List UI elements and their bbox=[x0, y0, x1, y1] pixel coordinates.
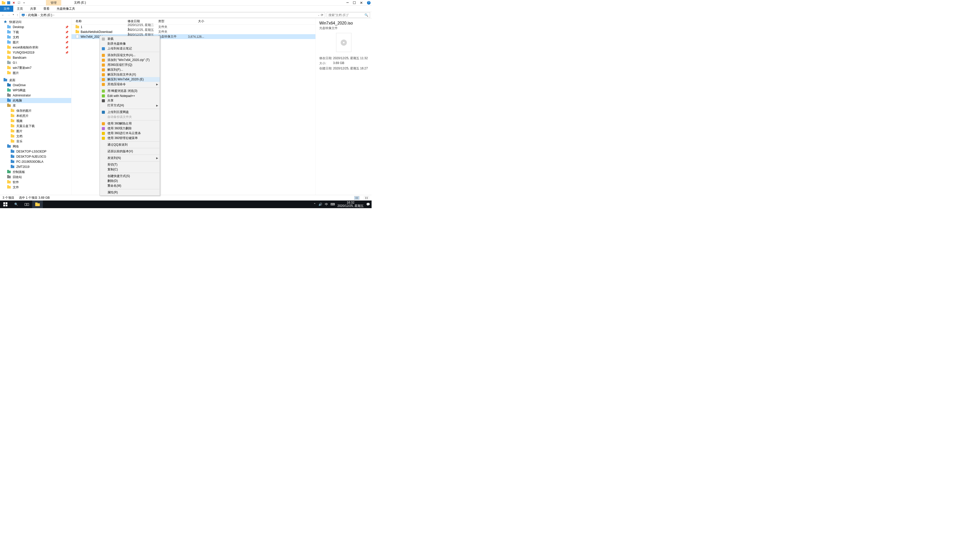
ctx-item[interactable]: 属性(R) bbox=[100, 190, 160, 195]
nav-item[interactable]: 文件 bbox=[0, 185, 71, 190]
nav-item[interactable]: 快速访问 bbox=[0, 19, 71, 24]
nav-item[interactable]: 音乐 bbox=[0, 139, 71, 144]
qat-props-icon[interactable]: ☑ bbox=[17, 1, 21, 5]
ctx-item[interactable]: 用 蜂蜜浏览器 浏览(3) bbox=[100, 89, 160, 94]
ctx-item[interactable]: 重命名(M) bbox=[100, 183, 160, 188]
nav-item[interactable]: 库 bbox=[0, 103, 71, 108]
ctx-item[interactable]: 使用 360管理右键菜单 bbox=[100, 136, 160, 141]
nav-item[interactable]: 图片📌 bbox=[0, 40, 71, 45]
column-headers[interactable]: 名称 修改日期 类型 大小 bbox=[72, 18, 315, 24]
ctx-item[interactable]: 解压到(F)... bbox=[100, 67, 160, 72]
ctx-item[interactable]: 使用 360强力删除 bbox=[100, 126, 160, 131]
qat-undo-icon[interactable]: ✕ bbox=[12, 1, 16, 5]
file-row[interactable]: 12020/12/15, 星期二 1...文件夹 bbox=[72, 24, 315, 29]
nav-item[interactable]: 保存的图片 bbox=[0, 108, 71, 113]
tray-volume-icon[interactable]: 🔊 bbox=[318, 203, 322, 206]
maximize-button[interactable] bbox=[353, 1, 356, 4]
ctx-item[interactable]: 发送到(N)▶ bbox=[100, 156, 160, 160]
contextual-tab[interactable]: 管理 bbox=[46, 0, 61, 6]
ctx-item[interactable]: 用360压缩打开(Q) bbox=[100, 62, 160, 67]
ctx-item[interactable]: 复制(C) bbox=[100, 167, 160, 172]
nav-item[interactable]: 文档📌 bbox=[0, 35, 71, 40]
tray-up-icon[interactable]: ⌃ bbox=[313, 203, 316, 206]
ctx-item[interactable]: 添加到压缩文件(A)... bbox=[100, 53, 160, 58]
nav-item[interactable]: 本机照片 bbox=[0, 113, 71, 118]
col-name[interactable]: 名称 bbox=[72, 19, 127, 24]
nav-item[interactable]: OneDrive bbox=[0, 83, 71, 88]
addr-dropdown-icon[interactable]: ⌄ bbox=[318, 14, 320, 16]
ctx-item[interactable]: 共享 bbox=[100, 98, 160, 103]
ctx-item[interactable]: 使用 360进行木马云查杀 bbox=[100, 131, 160, 136]
view-details-icon[interactable] bbox=[354, 196, 360, 200]
col-type[interactable]: 类型 bbox=[158, 19, 186, 24]
start-button[interactable] bbox=[0, 200, 11, 208]
ribbon-tab-3[interactable]: 查看 bbox=[40, 6, 53, 12]
nav-item[interactable]: 桌面 bbox=[0, 78, 71, 83]
ribbon-tab-4[interactable]: 光盘映像工具 bbox=[53, 6, 79, 12]
minimize-button[interactable]: − bbox=[346, 0, 349, 5]
search-box[interactable]: 搜索"文档 (E:)" 🔍 bbox=[327, 12, 370, 18]
close-button[interactable]: ✕ bbox=[360, 1, 363, 5]
ctx-item[interactable]: 创建快捷方式(S) bbox=[100, 174, 160, 179]
explorer-taskbar-icon[interactable] bbox=[32, 200, 43, 208]
ctx-item[interactable]: 装载 bbox=[100, 37, 160, 41]
nav-item[interactable]: ZMT2019 bbox=[0, 164, 71, 169]
ctx-item[interactable]: 解压到当前文件夹(X) bbox=[100, 72, 160, 77]
nav-item[interactable]: 网络 bbox=[0, 144, 71, 149]
nav-item[interactable]: excel表格制作求和📌 bbox=[0, 45, 71, 50]
nav-item[interactable]: DESKTOP-NJEU3CG bbox=[0, 154, 71, 159]
nav-back-icon[interactable]: ← bbox=[2, 13, 5, 17]
ctx-item[interactable]: 使用 360解除占用 bbox=[100, 121, 160, 126]
context-menu[interactable]: 装载刻录光盘映像上传到有道云笔记添加到压缩文件(A)...添加到 "Win7x6… bbox=[100, 36, 160, 196]
tray-keyboard-icon[interactable]: ⌨ bbox=[331, 203, 335, 206]
ctx-item[interactable]: 上传到有道云笔记 bbox=[100, 46, 160, 51]
col-size[interactable]: 大小 bbox=[186, 19, 204, 24]
ctx-item[interactable]: Edit with Notepad++ bbox=[100, 94, 160, 98]
nav-item[interactable]: WPS网盘 bbox=[0, 88, 71, 93]
ctx-item[interactable]: 删除(D) bbox=[100, 179, 160, 183]
nav-item[interactable]: 视频 bbox=[0, 118, 71, 124]
nav-item[interactable]: 下载📌 bbox=[0, 30, 71, 35]
nav-item[interactable]: Administrator bbox=[0, 93, 71, 98]
nav-item[interactable]: YUNQISHI2019📌 bbox=[0, 50, 71, 55]
ctx-item[interactable]: 剪切(T) bbox=[100, 162, 160, 167]
nav-item[interactable]: win7重装win7 bbox=[0, 65, 71, 70]
nav-item[interactable]: G:\ bbox=[0, 60, 71, 65]
ctx-item[interactable]: 刻录光盘映像 bbox=[100, 41, 160, 46]
view-large-icon[interactable] bbox=[364, 196, 369, 200]
nav-recent-icon[interactable]: ▾ bbox=[13, 13, 14, 17]
nav-item[interactable]: DESKTOP-LSSOEDP bbox=[0, 149, 71, 154]
nav-item[interactable]: 图片 bbox=[0, 70, 71, 76]
ctx-item[interactable]: 其他压缩命令▶ bbox=[100, 82, 160, 87]
ctx-item[interactable]: 上传到百度网盘 bbox=[100, 110, 160, 114]
ctx-item[interactable]: 通过QQ发送到 bbox=[100, 142, 160, 147]
nav-item[interactable]: 回收站 bbox=[0, 175, 71, 179]
qat-dropdown-icon[interactable]: ▾ bbox=[22, 1, 26, 5]
action-center-icon[interactable]: 💬 bbox=[366, 203, 370, 206]
tray-clock[interactable]: 16:32 2020/12/25, 星期五 bbox=[337, 201, 364, 208]
ctx-item[interactable]: 解压到 Win7x64_2020\ (E) bbox=[100, 77, 160, 82]
qat-save-icon[interactable] bbox=[6, 1, 11, 5]
nav-item[interactable]: Desktop📌 bbox=[0, 24, 71, 30]
taskview-button[interactable] bbox=[21, 200, 32, 208]
taskbar[interactable]: 🔍 ⌃ 🔊 中 ⌨ 16:32 2020/12/25, 星期五 💬 bbox=[0, 200, 372, 208]
nav-item[interactable]: Bandicam bbox=[0, 55, 71, 60]
ctx-item[interactable]: 打开方式(H)▶ bbox=[100, 103, 160, 108]
breadcrumb-seg[interactable]: 文档 (E:) bbox=[40, 13, 52, 17]
nav-item[interactable]: 图片 bbox=[0, 129, 71, 134]
nav-item[interactable]: 软件 bbox=[0, 179, 71, 185]
file-row[interactable]: BaiduNetdiskDownload2020/12/25, 星期五 1...… bbox=[72, 29, 315, 34]
nav-forward-icon[interactable]: → bbox=[7, 13, 10, 17]
ctx-item[interactable]: 还原以前的版本(V) bbox=[100, 149, 160, 154]
ribbon-tab-1[interactable]: 主页 bbox=[13, 6, 27, 12]
search-button[interactable]: 🔍 bbox=[11, 200, 21, 208]
nav-item[interactable]: 此电脑 bbox=[0, 98, 71, 103]
help-icon[interactable]: ? bbox=[367, 1, 371, 5]
addr-refresh-icon[interactable]: ⟳ bbox=[321, 13, 323, 17]
ribbon-tab-0[interactable]: 文件 bbox=[0, 6, 13, 12]
ribbon-tab-2[interactable]: 共享 bbox=[27, 6, 40, 12]
nav-item[interactable]: 文档 bbox=[0, 134, 71, 139]
tray-ime[interactable]: 中 bbox=[325, 202, 328, 206]
nav-item[interactable]: PC-20190530OBLA bbox=[0, 159, 71, 164]
ctx-item[interactable]: 添加到 "Win7x64_2020.zip" (T) bbox=[100, 58, 160, 62]
